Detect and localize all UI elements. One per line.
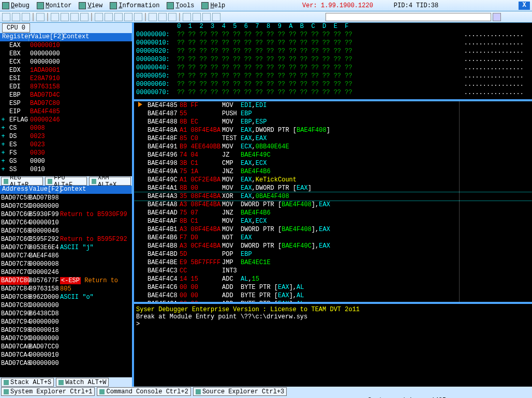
reg-value[interactable]: 00000000 — [30, 58, 64, 66]
stack-value[interactable]: 00000000 — [29, 359, 60, 368]
stack-row[interactable]: BAD07CA800000000 — [0, 359, 132, 368]
tab-reg[interactable]: REG ALT+R — [1, 177, 43, 186]
disasm-row[interactable]: BAE4F4B1A3 08F4E4BAMOVDWORD PTR [BAE4F40… — [134, 225, 532, 234]
stack-value[interactable]: 89763158 — [29, 285, 60, 293]
stack-value[interactable]: 00000018 — [29, 326, 60, 334]
menu-debug[interactable]: Debug — [2, 2, 29, 9]
search-button[interactable] — [493, 13, 501, 21]
tb-9[interactable] — [95, 13, 103, 21]
tab-source-explorer[interactable]: Source Explorer Ctrl+3 — [193, 387, 287, 396]
stack-row[interactable]: BAD07C74BAE4F486 — [0, 252, 132, 260]
tb-1[interactable] — [2, 13, 10, 21]
tb-11[interactable] — [114, 13, 123, 21]
stack-value[interactable]: 8057677F — [29, 277, 60, 285]
cpu-tab-0[interactable]: CPU 0 — [2, 23, 30, 33]
disasm-row[interactable]: BAE4F49CA1 0CF2E4BAMOVEAX,KeTickCount — [134, 176, 532, 184]
tb-17[interactable] — [183, 13, 191, 21]
hex-row[interactable]: 00000000: ?? ?? ?? ?? ?? ?? ?? ?? ?? ?? … — [136, 31, 530, 39]
stack-value[interactable]: B595F292 — [29, 235, 60, 243]
stack-row[interactable]: BAD07C7C00000246 — [0, 268, 132, 277]
stack-row[interactable]: BAD07CA0BAD07CC0 — [0, 343, 132, 351]
stack-row[interactable]: BAD07C888962D000ASCII "o" — [0, 293, 132, 301]
stack-value[interactable]: B6438CD8 — [29, 310, 60, 318]
expand-icon[interactable] — [0, 74, 6, 83]
expand-icon[interactable]: + — [0, 124, 6, 132]
tb-8[interactable] — [80, 13, 88, 21]
disasm-row[interactable]: BAE4F49674 04JZBAE4F49C — [134, 151, 532, 159]
disasm-row[interactable]: BAE4F4A18B 00MOVEAX,DWORD PTR [EAX] — [134, 184, 532, 192]
tb-13[interactable] — [134, 13, 142, 21]
tb-2[interactable] — [12, 13, 20, 21]
stack-row[interactable]: BAD07C808057677F<-ESP Return to 805 — [0, 277, 132, 285]
stack-row[interactable]: BAD07C708053E6E4ASCII "j" — [0, 243, 132, 252]
hex-row[interactable]: 00000030: ?? ?? ?? ?? ?? ?? ?? ?? ?? ?? … — [136, 56, 530, 64]
stack-row[interactable]: BAD07C9800000018 — [0, 326, 132, 334]
disasm-row[interactable]: BAE4F48755PUSHEBP — [134, 110, 532, 118]
tb-6[interactable] — [61, 13, 69, 21]
reg-value[interactable]: 00000000 — [30, 50, 64, 58]
stack-value[interactable]: 00000046 — [29, 227, 60, 235]
expand-icon[interactable] — [0, 99, 6, 108]
tab-command-console[interactable]: Command Console Ctrl+2 — [97, 387, 190, 396]
register-row[interactable]: +ES0023 — [0, 141, 132, 149]
tb-3[interactable] — [22, 13, 30, 21]
stack-value[interactable]: 8053E6E4 — [29, 243, 60, 252]
disassembly-pane[interactable]: BAE4F4858B FFMOVEDI,EDIBAE4F48755PUSHEBP… — [134, 101, 532, 304]
stack-row[interactable]: BAD07C7800000008 — [0, 260, 132, 268]
reg-value[interactable]: 0023 — [30, 132, 64, 141]
menu-view[interactable]: View — [79, 2, 102, 9]
tb-5[interactable] — [51, 13, 59, 21]
expand-icon[interactable] — [0, 50, 6, 58]
register-row[interactable]: EBX00000000 — [0, 50, 132, 58]
expand-icon[interactable] — [0, 66, 6, 74]
stack-value[interactable]: 00000010 — [29, 219, 60, 227]
reg-value[interactable]: BAE4F485 — [30, 108, 64, 116]
hex-dump-pane[interactable]: 0 1 2 3 4 5 6 7 8 9 A B C D E F00000000:… — [134, 23, 532, 101]
disasm-row[interactable]: BAE4F48F85 C0TESTEAX,EAX — [134, 134, 532, 143]
stack-row[interactable]: BAD07C6800000046 — [0, 227, 132, 235]
tb-16[interactable] — [168, 13, 176, 21]
tb-19[interactable] — [202, 13, 211, 21]
disasm-row[interactable]: BAE4F4BEE9 5BF7FFFFJMPBAE4EC1E — [134, 258, 532, 267]
disasm-row[interactable]: BAE4F4AD75 07JNZBAE4F4B6 — [134, 209, 532, 217]
reg-value[interactable]: 0008 — [30, 124, 64, 132]
close-button[interactable]: X — [519, 2, 530, 10]
tb-14[interactable] — [149, 13, 157, 21]
stack-value[interactable]: 00000246 — [29, 268, 60, 277]
reg-value[interactable]: E28A7910 — [30, 74, 64, 83]
stack-value[interactable]: B5930F99 — [29, 210, 60, 219]
tb-20[interactable] — [212, 13, 220, 21]
hex-row[interactable]: 00000010: ?? ?? ?? ?? ?? ?? ?? ?? ?? ?? … — [136, 39, 530, 48]
disasm-row[interactable]: BAE4F4A335 08F4E4BAXOREAX,0BAE4F408 — [134, 192, 532, 201]
stack-row[interactable]: BAD07CA400000010 — [0, 351, 132, 359]
tb-4[interactable] — [36, 13, 45, 21]
expand-icon[interactable]: + — [0, 165, 6, 174]
stack-row[interactable]: BAD07C9400000000 — [0, 318, 132, 326]
tab-watch[interactable]: Watch ALT+W — [56, 378, 109, 387]
gutter[interactable] — [134, 101, 146, 110]
hex-row[interactable]: 00000050: ?? ?? ?? ?? ?? ?? ?? ?? ?? ?? … — [136, 72, 530, 81]
disasm-row[interactable]: BAE4F4858B FFMOVEDI,EDI — [134, 101, 532, 110]
stack-row[interactable]: BAD07C90B6438CD8 — [0, 310, 132, 318]
search-input[interactable] — [326, 13, 491, 21]
register-pane[interactable]: EAX00000010EBX00000000ECX00000000EDX1ADA… — [0, 41, 132, 176]
hex-row[interactable]: 00000020: ?? ?? ?? ?? ?? ?? ?? ?? ?? ?? … — [136, 48, 530, 56]
stack-row[interactable]: BAD07C60B5930F99Return to B5930F99 — [0, 210, 132, 219]
disasm-row[interactable]: BAE4F4C3CCINT3 — [134, 267, 532, 275]
console-pane[interactable]: Syser Debugger Enterprise Version : Lice… — [134, 304, 532, 387]
disasm-row[interactable]: BAE4F4888B ECMOVEBP,ESP — [134, 118, 532, 126]
stack-value[interactable]: 00000000 — [29, 318, 60, 326]
menu-information[interactable]: Information — [110, 2, 159, 9]
disasm-row[interactable]: BAE4F4C414 15ADCAL,15 — [134, 275, 532, 283]
register-row[interactable]: +DS0023 — [0, 132, 132, 141]
hex-row[interactable]: 00000070: ?? ?? ?? ?? ?? ?? ?? ?? ?? ?? … — [136, 89, 530, 97]
register-row[interactable]: EAX00000010 — [0, 41, 132, 50]
tab-system-explorer[interactable]: System Explorer Ctrl+1 — [1, 387, 95, 396]
stack-pane[interactable]: BAD07C58BAD07B98BAD07C5C00000000BAD07C60… — [0, 194, 132, 377]
disasm-row[interactable]: BAE4F4C600 00ADDBYTE PTR [EAX],AL — [134, 283, 532, 292]
stack-row[interactable]: BAD07C6400000010 — [0, 219, 132, 227]
expand-icon[interactable]: + — [0, 157, 6, 165]
reg-value[interactable]: 00000246 — [30, 116, 64, 124]
register-row[interactable]: +SS0010 — [0, 165, 132, 174]
tb-18[interactable] — [193, 13, 201, 21]
